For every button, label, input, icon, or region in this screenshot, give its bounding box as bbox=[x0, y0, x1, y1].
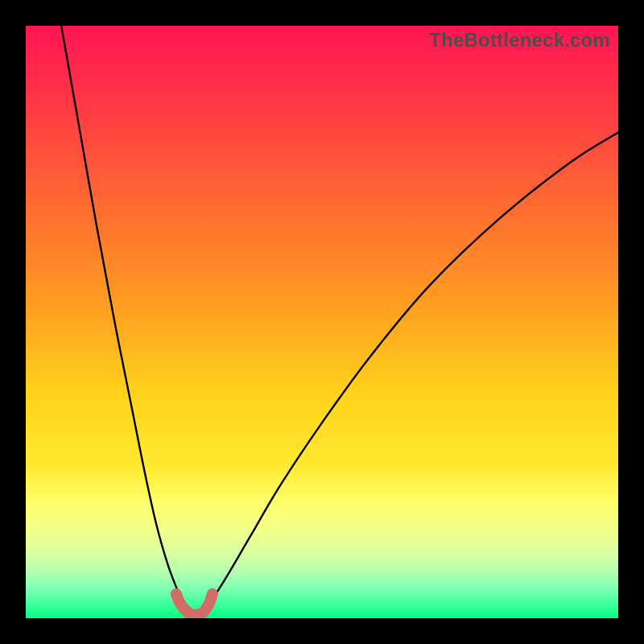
watermark-text: TheBottleneck.com bbox=[429, 29, 610, 52]
plot-frame: TheBottleneck.com bbox=[26, 26, 618, 618]
curve-bottom-connector bbox=[176, 594, 213, 615]
curve-right-branch bbox=[206, 132, 618, 605]
curve-left-branch bbox=[61, 26, 184, 605]
bottleneck-curve bbox=[26, 26, 618, 618]
